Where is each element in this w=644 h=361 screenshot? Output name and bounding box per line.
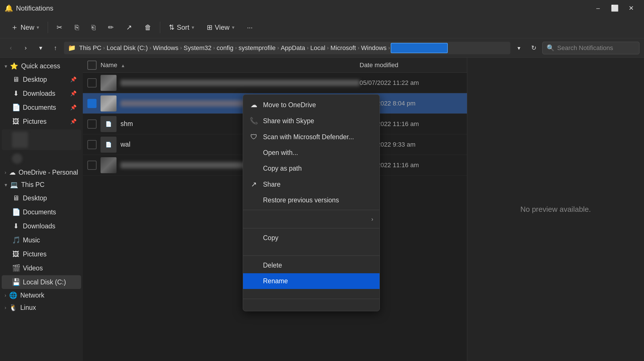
defender-ctx-icon: 🛡 <box>249 133 258 141</box>
close-button[interactable]: ✕ <box>623 0 639 17</box>
new-label: New <box>21 23 34 31</box>
ctx-cut[interactable]: Copy <box>243 230 380 246</box>
sidebar-item-pc-downloads[interactable]: ⬇ Downloads <box>2 219 81 233</box>
ctx-restore-versions-label: Restore previous versions <box>263 196 339 204</box>
ctx-scan-defender[interactable]: 🛡 Scan with Microsoft Defender... <box>243 129 380 145</box>
rename-icon: ✏ <box>108 23 114 31</box>
sidebar-item-pc-documents-label: Documents <box>23 208 56 216</box>
date-column-header[interactable]: Date modified <box>360 61 462 69</box>
sidebar-item-downloads[interactable]: ⬇ Downloads 📌 <box>2 87 81 100</box>
file-date-1: 05/07/2022 11:22 am <box>360 79 462 87</box>
name-column-header[interactable]: Name ▲ <box>101 61 360 69</box>
delete-button[interactable]: 🗑 <box>139 21 157 34</box>
ctx-delete[interactable]: Rename <box>243 273 380 289</box>
row-checkbox-4[interactable] <box>87 140 97 149</box>
file-area: Name ▲ Date modified 05/07/2022 11:22 am… <box>83 58 467 361</box>
path-segment-system32[interactable]: System32 <box>182 44 213 52</box>
sidebar-onedrive-header[interactable]: › ☁ OneDrive - Personal <box>0 166 83 179</box>
address-path[interactable]: 📁 This PC › Local Disk (C:) › Windows › … <box>64 42 510 54</box>
path-input[interactable] <box>391 43 448 53</box>
ctx-send-to[interactable]: › <box>243 212 380 226</box>
sidebar-item-desktop[interactable]: 🖥 Desktop 📌 <box>2 73 81 86</box>
path-segment-windows[interactable]: Windows <box>152 44 180 52</box>
up-button[interactable]: ↑ <box>49 42 62 54</box>
minimize-button[interactable]: – <box>590 0 606 17</box>
path-segment-appdata[interactable]: AppData <box>280 44 306 52</box>
ctx-restore-versions[interactable]: Restore previous versions <box>243 192 380 208</box>
path-segment-thispc[interactable]: This PC <box>78 44 103 52</box>
row-checkbox-2[interactable] <box>87 99 97 108</box>
sidebar-quick-access-header[interactable]: ▾ ⭐ Quick access <box>0 60 83 72</box>
forward-button[interactable]: › <box>19 42 32 54</box>
cut-icon: ✂ <box>57 23 62 31</box>
sidebar-network-header[interactable]: › 🌐 Network <box>0 289 83 302</box>
path-segment-config[interactable]: config <box>216 44 235 52</box>
path-segment-local[interactable]: Local <box>309 44 327 52</box>
ctx-open-with[interactable]: Open with... <box>243 145 380 161</box>
ctx-separator-4 <box>243 299 380 299</box>
ctx-create-shortcut[interactable]: Delete <box>243 258 380 273</box>
ctx-copy[interactable] <box>243 246 380 254</box>
file-thumb-4: 📄 <box>101 137 117 153</box>
onedrive-ctx-icon: ☁ <box>249 101 258 109</box>
sort-button[interactable]: ⇅ Sort ▾ <box>164 21 199 34</box>
sidebar-item-pc-videos[interactable]: 🎬 Videos <box>2 261 81 275</box>
copy-icon: ⎘ <box>75 23 79 31</box>
ctx-copy-path[interactable]: Copy as path <box>243 161 380 176</box>
sidebar-item-pictures[interactable]: 🖼 Pictures 📌 <box>2 115 81 128</box>
address-bar: ‹ › ▾ ↑ 📁 This PC › Local Disk (C:) › Wi… <box>0 38 644 58</box>
sidebar-item-pc-music[interactable]: 🎵 Music <box>2 233 81 247</box>
sidebar-item-pc-pictures[interactable]: 🖼 Pictures <box>2 247 81 261</box>
row-checkbox-3[interactable] <box>87 119 97 129</box>
cut-button[interactable]: ✂ <box>51 21 67 34</box>
view-chevron-icon: ▾ <box>232 24 234 31</box>
path-segment-systemprofile[interactable]: systemprofile <box>237 44 277 52</box>
ctx-cut-label: Copy <box>263 234 278 242</box>
linux-icon: 🐧 <box>9 304 17 312</box>
path-segment-c[interactable]: Local Disk (C:) <box>105 44 149 52</box>
ctx-rename[interactable] <box>243 289 380 297</box>
ctx-share[interactable]: ↗ Share <box>243 176 380 192</box>
file-row[interactable]: 05/07/2022 11:22 am <box>83 73 467 93</box>
sidebar-item-pc-desktop[interactable]: 🖥 Desktop <box>2 191 81 205</box>
toolbar: ＋ New ▾ ✂ ⎘ ⎗ ✏ ↗ 🗑 ⇅ Sort ▾ ⊞ View ▾ ··… <box>0 17 644 38</box>
sidebar-item-documents[interactable]: 📄 Documents 📌 <box>2 101 81 114</box>
ctx-properties[interactable] <box>243 301 380 309</box>
pc-documents-icon: 📄 <box>12 208 20 216</box>
more-button[interactable]: ··· <box>242 21 258 34</box>
ctx-move-onedrive[interactable]: ☁ Move to OneDrive <box>243 97 380 113</box>
sort-chevron-icon: ▾ <box>192 24 194 31</box>
sidebar-item-pc-downloads-label: Downloads <box>23 222 55 230</box>
sidebar-item-pc-documents[interactable]: 📄 Documents <box>2 205 81 219</box>
new-button[interactable]: ＋ New ▾ <box>6 19 44 35</box>
share-button[interactable]: ↗ <box>121 21 137 34</box>
row-checkbox-1[interactable] <box>87 78 97 87</box>
sidebar-item-pc-localdisk[interactable]: 💾 Local Disk (C:) <box>2 275 81 289</box>
search-box[interactable]: 🔍 Search Notifications <box>542 42 639 54</box>
view-button[interactable]: ⊞ View ▾ <box>202 21 240 34</box>
copy-button[interactable]: ⎘ <box>70 21 84 34</box>
sidebar-linux-header[interactable]: › 🐧 Linux <box>0 302 83 314</box>
path-segment-microsoft[interactable]: Microsoft <box>329 44 357 52</box>
maximize-button[interactable]: ⬜ <box>606 0 623 17</box>
sidebar: ▾ ⭐ Quick access 🖥 Desktop 📌 ⬇ Downloads… <box>0 58 83 361</box>
ctx-separator-1 <box>243 210 380 210</box>
sidebar-item-blur-2[interactable] <box>2 151 81 166</box>
path-segment-windows2[interactable]: Windows <box>360 44 388 52</box>
address-dropdown-button[interactable]: ▾ <box>513 42 525 54</box>
back-button[interactable]: ‹ <box>5 42 17 54</box>
network-chevron-icon: › <box>5 292 6 298</box>
ctx-share-skype[interactable]: 📞 Share with Skype <box>243 113 380 129</box>
row-checkbox-5[interactable] <box>87 161 97 170</box>
refresh-button[interactable]: ↻ <box>527 42 540 54</box>
search-placeholder: Search Notifications <box>557 44 613 52</box>
recent-button[interactable]: ▾ <box>34 42 47 54</box>
sidebar-item-blur-1[interactable] <box>2 129 81 150</box>
select-all-checkbox[interactable] <box>87 61 97 70</box>
paste-button[interactable]: ⎗ <box>86 21 101 34</box>
quick-access-chevron-icon: ▾ <box>5 63 7 69</box>
rename-button[interactable]: ✏ <box>103 21 119 34</box>
sidebar-thispc-header[interactable]: ▾ 💻 This PC <box>0 179 83 191</box>
new-chevron-icon: ▾ <box>37 24 39 31</box>
search-icon: 🔍 <box>547 44 554 52</box>
